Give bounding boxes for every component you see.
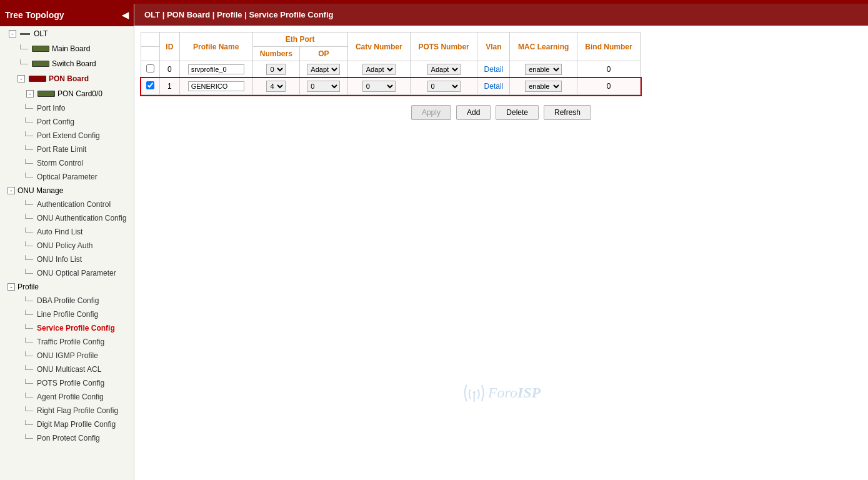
collapse-arrow-icon: ◀ (122, 10, 129, 20)
switch-board-label: Switch Board (52, 59, 96, 68)
dash-icon: └─ (22, 310, 33, 319)
row0-mac-learning: enabledisable (510, 61, 577, 78)
row1-vlan: Detail (477, 78, 510, 95)
dash-icon: └─ (22, 324, 33, 332)
menu-onu-info-list[interactable]: └─ ONU Info List (0, 252, 134, 266)
content-area: ID Profile Name Eth Port Catv Number POT… (134, 26, 868, 480)
menu-traffic-profile[interactable]: └─ Traffic Profile Config (0, 335, 134, 349)
dash-icon: └─ (22, 241, 33, 250)
svg-point-0 (473, 391, 476, 394)
menu-port-rate-limit[interactable]: └─ Port Rate Limit (0, 142, 134, 156)
th-catv-number: Catv Number (347, 32, 410, 61)
row0-mac-learning-select[interactable]: enabledisable (525, 64, 562, 75)
dash-icon: └─ (22, 228, 33, 236)
menu-storm-control[interactable]: └─ Storm Control (0, 156, 134, 170)
menu-pon-protect[interactable]: └─ Pon Protect Config (0, 431, 134, 445)
dash-icon: └─ (22, 434, 33, 442)
row1-id: 1 (160, 78, 180, 95)
onu-manage-toggle[interactable]: - (7, 187, 15, 194)
menu-port-config[interactable]: └─ Port Config (0, 115, 134, 129)
row0-pots-select[interactable]: Adapt01 (427, 64, 461, 75)
table-row: 0 0124 Adapt0124 (141, 61, 641, 78)
dash-icon: └─ (22, 159, 33, 168)
menu-line-profile[interactable]: └─ Line Profile Config (0, 308, 134, 321)
row1-catv-select[interactable]: Adapt01 (362, 81, 396, 92)
row0-checkbox[interactable] (146, 64, 154, 72)
tree-pon-board: - PON Board (0, 71, 134, 86)
th-eth-op: OP (300, 47, 348, 61)
menu-onu-optical-param[interactable]: └─ ONU Optical Parameter (0, 266, 134, 280)
th-mac-learning: MAC Learning (510, 32, 577, 61)
menu-agent-profile[interactable]: └─ Agent Profile Config (0, 390, 134, 404)
th-eth-numbers: Numbers (252, 47, 299, 61)
dash-icon: └─ (22, 420, 33, 429)
th-checkbox-sub (141, 47, 160, 61)
apply-button[interactable]: Apply (411, 105, 451, 120)
row0-catv-select[interactable]: Adapt01 (362, 64, 396, 75)
th-bind-number: Bind Number (577, 32, 640, 61)
row1-mac-learning-select[interactable]: enabledisable (525, 81, 562, 92)
menu-pots-profile[interactable]: └─ POTS Profile Config (0, 376, 134, 390)
menu-digit-map-profile[interactable]: └─ Digit Map Profile Config (0, 418, 134, 431)
dash-icon: └─ (22, 104, 33, 112)
tree-line: └─ (17, 59, 28, 68)
olt-icon (20, 33, 30, 35)
row0-catv: Adapt01 (347, 61, 410, 78)
dash-icon: └─ (22, 200, 33, 209)
row1-eth-numbers-select[interactable]: 0124 (266, 81, 286, 92)
row0-eth-numbers-select[interactable]: 0124 (266, 64, 286, 75)
add-button[interactable]: Add (456, 105, 491, 120)
pon-board-label: PON Board (49, 74, 89, 83)
menu-authentication-control[interactable]: └─ Authentication Control (0, 198, 134, 211)
onu-manage-section[interactable]: - ONU Manage (0, 184, 134, 198)
sidebar-header[interactable]: Tree Topology ◀ (0, 4, 134, 26)
row0-profile-name-input[interactable] (188, 64, 244, 74)
menu-right-flag-profile[interactable]: └─ Right Flag Profile Config (0, 404, 134, 418)
menu-port-extend-config[interactable]: └─ Port Extend Config (0, 129, 134, 142)
pon-minus-icon[interactable]: - (17, 75, 25, 82)
profile-section[interactable]: - Profile (0, 280, 134, 294)
profile-submenu: └─ DBA Profile Config └─ Line Profile Co… (0, 294, 134, 445)
row1-profile-name-input[interactable] (188, 81, 244, 91)
row0-vlan-detail-link[interactable]: Detail (484, 65, 504, 74)
sidebar: Tree Topology ◀ - OLT └─ Main Board └─ S… (0, 4, 134, 480)
onu-manage-label: ONU Manage (17, 186, 63, 195)
menu-onu-multicast-acl[interactable]: └─ ONU Multicast ACL (0, 362, 134, 376)
breadcrumb: OLT | PON Board | Profile | Service Prof… (134, 4, 868, 26)
row0-profile-name (179, 61, 252, 78)
port-submenu: └─ Port Info └─ Port Config └─ Port Exte… (0, 101, 134, 184)
row1-catv: Adapt01 (347, 78, 410, 95)
menu-dba-profile[interactable]: └─ DBA Profile Config (0, 294, 134, 308)
dash-icon: └─ (22, 214, 33, 222)
tree-pon-card: - PON Card0/0 (0, 86, 134, 101)
menu-onu-policy-auth[interactable]: └─ ONU Policy Auth (0, 239, 134, 252)
delete-button[interactable]: Delete (496, 105, 539, 120)
pon-board-icon (29, 76, 46, 82)
watermark-text: ForoISP (488, 384, 541, 401)
profile-toggle[interactable]: - (7, 283, 15, 291)
menu-onu-igmp-profile[interactable]: └─ ONU IGMP Profile (0, 349, 134, 362)
menu-onu-auth-config[interactable]: └─ ONU Authentication Config (0, 211, 134, 225)
menu-optical-parameter[interactable]: └─ Optical Parameter (0, 170, 134, 184)
dash-icon: └─ (22, 269, 33, 278)
onu-manage-submenu: └─ Authentication Control └─ ONU Authent… (0, 198, 134, 280)
row1-eth-op-select[interactable]: Adapt0124 (307, 81, 340, 92)
tree-minus-icon[interactable]: - (9, 30, 16, 38)
th-eth-port: Eth Port (252, 32, 347, 47)
th-profile-name: Profile Name (179, 32, 252, 61)
pon-card-minus-icon[interactable]: - (26, 90, 34, 98)
dash-icon: └─ (22, 338, 33, 346)
menu-auto-find-list[interactable]: └─ Auto Find List (0, 225, 134, 239)
row1-pots-select[interactable]: Adapt01 (427, 81, 461, 92)
table-row-selected: 1 0124 Adapt0124 (141, 78, 641, 95)
switch-board-icon (32, 61, 49, 67)
menu-service-profile[interactable]: └─ Service Profile Config (0, 321, 134, 335)
watermark: ForoISP (462, 380, 541, 405)
row1-vlan-detail-link[interactable]: Detail (484, 82, 504, 91)
refresh-button[interactable]: Refresh (544, 105, 591, 120)
th-checkbox (141, 32, 160, 47)
menu-port-info[interactable]: └─ Port Info (0, 101, 134, 115)
dash-icon: └─ (22, 392, 33, 401)
row0-eth-op-select[interactable]: Adapt0124 (307, 64, 340, 75)
row1-checkbox[interactable] (146, 81, 154, 89)
